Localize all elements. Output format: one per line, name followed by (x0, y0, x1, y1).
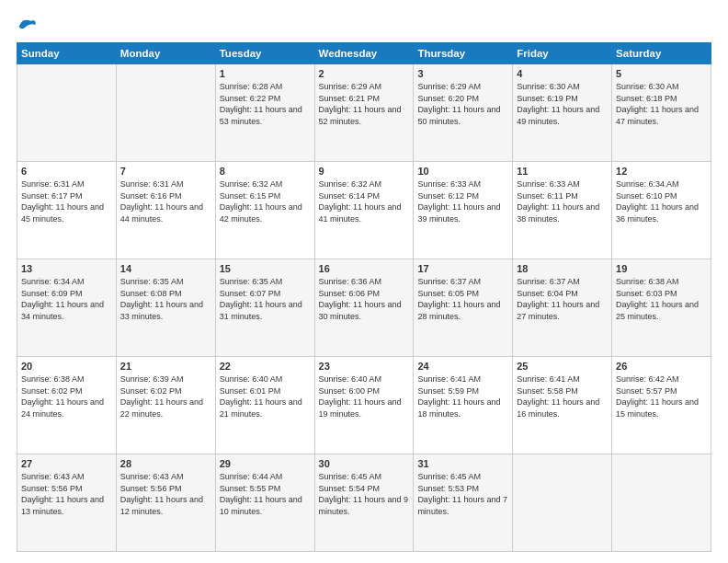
day-cell (17, 64, 117, 162)
col-header-tuesday: Tuesday (215, 43, 314, 64)
logo-bird-icon (18, 17, 37, 33)
day-cell: 7Sunrise: 6:31 AM Sunset: 6:16 PM Daylig… (116, 162, 215, 259)
day-number: 9 (319, 166, 410, 177)
col-header-thursday: Thursday (414, 43, 513, 64)
day-number: 21 (120, 361, 211, 372)
day-cell: 4Sunrise: 6:30 AM Sunset: 6:19 PM Daylig… (513, 64, 612, 162)
day-cell: 31Sunrise: 6:45 AM Sunset: 5:53 PM Dayli… (414, 454, 513, 552)
day-info: Sunrise: 6:29 AM Sunset: 6:21 PM Dayligh… (319, 81, 410, 127)
day-cell: 21Sunrise: 6:39 AM Sunset: 6:02 PM Dayli… (116, 357, 215, 454)
day-cell: 26Sunrise: 6:42 AM Sunset: 5:57 PM Dayli… (612, 357, 711, 454)
day-number: 17 (417, 263, 508, 274)
day-cell: 9Sunrise: 6:32 AM Sunset: 6:14 PM Daylig… (314, 162, 414, 259)
day-cell: 12Sunrise: 6:34 AM Sunset: 6:10 PM Dayli… (612, 162, 711, 259)
day-info: Sunrise: 6:40 AM Sunset: 6:01 PM Dayligh… (220, 373, 311, 419)
day-number: 25 (517, 361, 608, 372)
day-info: Sunrise: 6:39 AM Sunset: 6:02 PM Dayligh… (120, 373, 211, 419)
day-info: Sunrise: 6:45 AM Sunset: 5:54 PM Dayligh… (319, 471, 410, 517)
day-info: Sunrise: 6:30 AM Sunset: 6:19 PM Dayligh… (517, 81, 608, 127)
day-number: 22 (220, 361, 311, 372)
day-number: 1 (220, 68, 311, 79)
day-cell: 17Sunrise: 6:37 AM Sunset: 6:05 PM Dayli… (414, 259, 513, 357)
day-cell: 24Sunrise: 6:41 AM Sunset: 5:59 PM Dayli… (414, 357, 513, 454)
week-row-1: 1Sunrise: 6:28 AM Sunset: 6:22 PM Daylig… (17, 64, 711, 162)
day-cell: 2Sunrise: 6:29 AM Sunset: 6:21 PM Daylig… (314, 64, 414, 162)
logo (17, 17, 37, 33)
day-cell: 14Sunrise: 6:35 AM Sunset: 6:08 PM Dayli… (116, 259, 215, 357)
day-number: 4 (517, 68, 608, 79)
day-number: 15 (220, 263, 311, 274)
day-number: 31 (417, 458, 508, 469)
day-cell: 13Sunrise: 6:34 AM Sunset: 6:09 PM Dayli… (17, 259, 117, 357)
day-number: 27 (21, 458, 112, 469)
day-cell: 3Sunrise: 6:29 AM Sunset: 6:20 PM Daylig… (414, 64, 513, 162)
day-cell: 1Sunrise: 6:28 AM Sunset: 6:22 PM Daylig… (215, 64, 314, 162)
day-number: 12 (616, 166, 707, 177)
day-number: 26 (616, 361, 707, 372)
day-number: 18 (517, 263, 608, 274)
day-number: 19 (616, 263, 707, 274)
day-number: 16 (319, 263, 410, 274)
day-info: Sunrise: 6:41 AM Sunset: 5:58 PM Dayligh… (517, 373, 608, 419)
day-cell: 30Sunrise: 6:45 AM Sunset: 5:54 PM Dayli… (314, 454, 414, 552)
day-info: Sunrise: 6:36 AM Sunset: 6:06 PM Dayligh… (319, 276, 410, 322)
day-cell: 6Sunrise: 6:31 AM Sunset: 6:17 PM Daylig… (17, 162, 117, 259)
week-row-5: 27Sunrise: 6:43 AM Sunset: 5:56 PM Dayli… (17, 454, 711, 552)
col-header-sunday: Sunday (17, 43, 117, 64)
day-cell: 25Sunrise: 6:41 AM Sunset: 5:58 PM Dayli… (513, 357, 612, 454)
day-number: 11 (517, 166, 608, 177)
day-cell (612, 454, 711, 552)
header-row: SundayMondayTuesdayWednesdayThursdayFrid… (17, 43, 711, 64)
day-info: Sunrise: 6:38 AM Sunset: 6:02 PM Dayligh… (21, 373, 112, 419)
day-cell: 18Sunrise: 6:37 AM Sunset: 6:04 PM Dayli… (513, 259, 612, 357)
col-header-friday: Friday (513, 43, 612, 64)
day-info: Sunrise: 6:33 AM Sunset: 6:12 PM Dayligh… (417, 178, 508, 224)
day-info: Sunrise: 6:33 AM Sunset: 6:11 PM Dayligh… (517, 178, 608, 224)
day-cell: 23Sunrise: 6:40 AM Sunset: 6:00 PM Dayli… (314, 357, 414, 454)
day-number: 14 (120, 263, 211, 274)
week-row-2: 6Sunrise: 6:31 AM Sunset: 6:17 PM Daylig… (17, 162, 711, 259)
day-cell: 8Sunrise: 6:32 AM Sunset: 6:15 PM Daylig… (215, 162, 314, 259)
week-row-4: 20Sunrise: 6:38 AM Sunset: 6:02 PM Dayli… (17, 357, 711, 454)
day-info: Sunrise: 6:32 AM Sunset: 6:15 PM Dayligh… (220, 178, 311, 224)
day-cell: 22Sunrise: 6:40 AM Sunset: 6:01 PM Dayli… (215, 357, 314, 454)
day-cell: 28Sunrise: 6:43 AM Sunset: 5:56 PM Dayli… (116, 454, 215, 552)
day-number: 5 (616, 68, 707, 79)
day-number: 20 (21, 361, 112, 372)
day-info: Sunrise: 6:38 AM Sunset: 6:03 PM Dayligh… (616, 276, 707, 322)
day-cell: 11Sunrise: 6:33 AM Sunset: 6:11 PM Dayli… (513, 162, 612, 259)
day-info: Sunrise: 6:32 AM Sunset: 6:14 PM Dayligh… (319, 178, 410, 224)
day-cell (116, 64, 215, 162)
day-info: Sunrise: 6:37 AM Sunset: 6:05 PM Dayligh… (417, 276, 508, 322)
header (17, 17, 711, 33)
day-info: Sunrise: 6:34 AM Sunset: 6:09 PM Dayligh… (21, 276, 112, 322)
day-cell: 20Sunrise: 6:38 AM Sunset: 6:02 PM Dayli… (17, 357, 117, 454)
day-cell: 16Sunrise: 6:36 AM Sunset: 6:06 PM Dayli… (314, 259, 414, 357)
day-info: Sunrise: 6:31 AM Sunset: 6:17 PM Dayligh… (21, 178, 112, 224)
day-info: Sunrise: 6:35 AM Sunset: 6:07 PM Dayligh… (220, 276, 311, 322)
week-row-3: 13Sunrise: 6:34 AM Sunset: 6:09 PM Dayli… (17, 259, 711, 357)
day-number: 13 (21, 263, 112, 274)
day-info: Sunrise: 6:34 AM Sunset: 6:10 PM Dayligh… (616, 178, 707, 224)
day-info: Sunrise: 6:35 AM Sunset: 6:08 PM Dayligh… (120, 276, 211, 322)
day-number: 8 (220, 166, 311, 177)
day-number: 7 (120, 166, 211, 177)
day-number: 2 (319, 68, 410, 79)
day-info: Sunrise: 6:41 AM Sunset: 5:59 PM Dayligh… (417, 373, 508, 419)
day-number: 10 (417, 166, 508, 177)
day-number: 3 (417, 68, 508, 79)
day-cell: 10Sunrise: 6:33 AM Sunset: 6:12 PM Dayli… (414, 162, 513, 259)
day-cell: 27Sunrise: 6:43 AM Sunset: 5:56 PM Dayli… (17, 454, 117, 552)
day-info: Sunrise: 6:43 AM Sunset: 5:56 PM Dayligh… (21, 471, 112, 517)
day-info: Sunrise: 6:42 AM Sunset: 5:57 PM Dayligh… (616, 373, 707, 419)
day-number: 24 (417, 361, 508, 372)
day-info: Sunrise: 6:43 AM Sunset: 5:56 PM Dayligh… (120, 471, 211, 517)
day-info: Sunrise: 6:30 AM Sunset: 6:18 PM Dayligh… (616, 81, 707, 127)
day-info: Sunrise: 6:37 AM Sunset: 6:04 PM Dayligh… (517, 276, 608, 322)
day-cell: 5Sunrise: 6:30 AM Sunset: 6:18 PM Daylig… (612, 64, 711, 162)
col-header-monday: Monday (116, 43, 215, 64)
day-info: Sunrise: 6:31 AM Sunset: 6:16 PM Dayligh… (120, 178, 211, 224)
page: SundayMondayTuesdayWednesdayThursdayFrid… (0, 0, 728, 563)
day-info: Sunrise: 6:44 AM Sunset: 5:55 PM Dayligh… (220, 471, 311, 517)
day-info: Sunrise: 6:45 AM Sunset: 5:53 PM Dayligh… (417, 471, 508, 517)
